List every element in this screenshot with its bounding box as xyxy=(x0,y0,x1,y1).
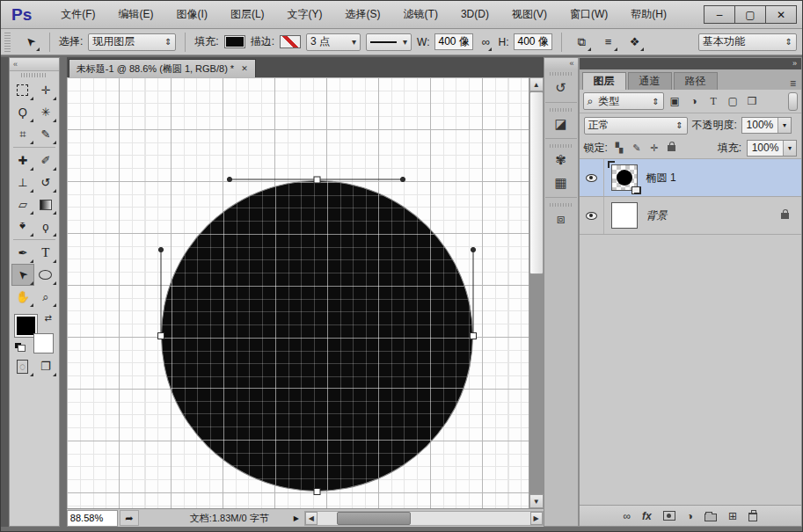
opacity-control[interactable]: 100% ▾ xyxy=(741,117,792,134)
blur-tool[interactable]: ♠ xyxy=(11,215,34,237)
filtering-toggle[interactable] xyxy=(788,92,798,111)
tab-close-icon[interactable]: ✕ xyxy=(241,64,248,73)
dock-grip[interactable] xyxy=(550,108,573,112)
visibility-toggle[interactable] xyxy=(580,197,604,234)
layer-name[interactable]: 椭圆 1 xyxy=(646,171,676,186)
stroke-color-swatch[interactable] xyxy=(280,35,301,48)
menu-type[interactable]: 文字(Y) xyxy=(276,1,334,28)
select-mode-dropdown[interactable]: 现用图层 ⇕ xyxy=(88,33,176,51)
link-dimensions-icon[interactable]: ∞ xyxy=(478,33,493,52)
layer-name[interactable]: 背景 xyxy=(646,208,668,223)
swatches-panel-button[interactable]: ▦ xyxy=(549,171,573,194)
tools-panel-collapse-button[interactable]: « xyxy=(10,58,59,71)
type-tool[interactable]: T xyxy=(34,242,57,264)
menu-layer[interactable]: 图层(L) xyxy=(219,1,276,28)
panel-group-collapse-button[interactable]: » xyxy=(580,58,801,69)
lock-transparency-button[interactable]: ▚ xyxy=(613,142,625,154)
lock-all-button[interactable] xyxy=(666,142,678,153)
maximize-button[interactable]: ▢ xyxy=(734,5,766,24)
dock-grip[interactable] xyxy=(550,72,573,76)
default-colors-icon[interactable] xyxy=(15,343,26,352)
close-button[interactable]: ✕ xyxy=(765,5,797,24)
filter-type-layers-button[interactable]: T xyxy=(705,93,722,110)
background-color-swatch[interactable] xyxy=(33,333,54,353)
tab-layers[interactable]: 图层 xyxy=(582,72,626,90)
gradient-tool[interactable] xyxy=(34,193,57,215)
dock-collapse-button[interactable]: « xyxy=(544,58,578,69)
lock-pixels-button[interactable]: ✎ xyxy=(631,142,643,154)
menu-help[interactable]: 帮助(H) xyxy=(619,1,678,28)
panel-menu-icon[interactable]: ≡ xyxy=(790,77,796,90)
3d-panel-button[interactable]: ⧈ xyxy=(549,208,573,230)
blend-mode-dropdown[interactable]: 正常 ⇕ xyxy=(584,117,688,135)
layer-styles-button[interactable]: fx xyxy=(642,510,652,522)
rectangular-marquee-tool[interactable] xyxy=(11,79,34,101)
vertical-scrollbar[interactable]: ▲ ▼ xyxy=(529,77,544,508)
path-operations-button[interactable]: ⧉ xyxy=(571,33,592,52)
status-info-arrow[interactable]: ▶ xyxy=(290,514,303,522)
fill-color-swatch[interactable] xyxy=(224,35,245,48)
dropdown-arrow-icon[interactable]: ▾ xyxy=(783,141,796,156)
horizontal-scrollbar-thumb[interactable] xyxy=(337,512,411,525)
new-layer-button[interactable]: ⊞ xyxy=(728,510,737,522)
minimize-button[interactable]: – xyxy=(704,5,735,24)
fill-value[interactable]: 100% xyxy=(748,141,783,156)
eyedropper-tool[interactable]: ✎ xyxy=(34,123,57,145)
scroll-right-icon[interactable]: ▶ xyxy=(530,512,543,525)
history-panel-button[interactable]: ↺ xyxy=(549,77,573,99)
scroll-down-icon[interactable]: ▼ xyxy=(529,494,544,508)
options-bar-grip[interactable] xyxy=(4,33,11,52)
swap-colors-icon[interactable]: ⇄ xyxy=(45,313,52,323)
stroke-style-dropdown[interactable]: ▾ xyxy=(366,33,412,51)
new-adjustment-layer-button[interactable]: ◑ xyxy=(687,510,693,522)
filter-adjustment-layers-button[interactable]: ◑ xyxy=(686,93,703,110)
scroll-left-icon[interactable]: ◀ xyxy=(305,512,318,525)
layer-row-ellipse[interactable]: 椭圆 1 xyxy=(580,159,801,197)
filter-shape-layers-button[interactable]: ▢ xyxy=(725,93,741,110)
stroke-width-dropdown[interactable]: 3 点 ▾ xyxy=(306,33,361,51)
link-layers-button[interactable]: ∞ xyxy=(624,510,631,522)
filter-smart-objects-button[interactable]: ❒ xyxy=(744,93,761,110)
layer-row-background[interactable]: 背景 xyxy=(580,197,801,235)
vertical-scrollbar-thumb[interactable] xyxy=(529,91,544,274)
menu-select[interactable]: 选择(S) xyxy=(334,1,392,28)
spot-healing-brush-tool[interactable]: ✚ xyxy=(11,149,34,171)
history-brush-tool[interactable]: ↺ xyxy=(34,171,57,193)
scroll-up-icon[interactable]: ▲ xyxy=(529,77,544,91)
document-tab[interactable]: 未标题-1 @ 88.6% (椭圆 1, RGB/8) * ✕ xyxy=(69,59,256,77)
hand-tool[interactable]: ✋ xyxy=(11,286,34,308)
magic-wand-tool[interactable]: ✳ xyxy=(34,101,57,123)
eraser-tool[interactable]: ▱ xyxy=(11,193,34,215)
tools-panel-grip[interactable] xyxy=(21,73,47,77)
tab-channels[interactable]: 通道 xyxy=(628,72,672,90)
lock-position-button[interactable]: ✛ xyxy=(648,142,661,154)
zoom-level-input[interactable] xyxy=(67,510,118,527)
dodge-tool[interactable]: ϙ xyxy=(34,215,57,237)
visibility-toggle[interactable] xyxy=(580,159,604,196)
filter-type-dropdown[interactable]: ⌕ 类型 ⇕ xyxy=(583,92,664,110)
menu-file[interactable]: 文件(F) xyxy=(49,1,106,28)
adjustments-panel-button[interactable]: ◪ xyxy=(549,113,573,135)
fill-control[interactable]: 100% ▾ xyxy=(747,140,797,157)
zoom-tool[interactable]: ⌕ xyxy=(34,286,57,308)
path-arrangement-button[interactable]: ❖ xyxy=(624,33,645,52)
delete-layer-button[interactable] xyxy=(748,511,757,521)
canvas[interactable] xyxy=(67,77,529,508)
menu-window[interactable]: 窗口(W) xyxy=(558,1,619,28)
menu-filter[interactable]: 滤镜(T) xyxy=(392,1,449,28)
filter-pixel-layers-button[interactable]: ▣ xyxy=(667,93,683,110)
horizontal-scrollbar[interactable]: ◀ ▶ xyxy=(304,511,544,526)
path-selection-tool[interactable]: ➤ xyxy=(11,264,34,286)
workspace-switcher-dropdown[interactable]: 基本功能 ⇕ xyxy=(698,33,797,51)
move-tool[interactable]: ✛ xyxy=(34,79,57,101)
menu-3d[interactable]: 3D(D) xyxy=(449,1,500,28)
color-panel-button[interactable]: ✾ xyxy=(549,149,573,171)
new-group-button[interactable] xyxy=(704,511,717,521)
add-layer-mask-button[interactable] xyxy=(663,511,675,521)
path-alignment-button[interactable]: ≡ xyxy=(597,33,618,52)
crop-tool[interactable]: ⌗ xyxy=(11,123,34,145)
menu-image[interactable]: 图像(I) xyxy=(165,1,219,28)
quick-mask-button[interactable]: ◌ xyxy=(11,355,34,377)
lasso-tool[interactable]: Ϙ xyxy=(11,101,34,123)
share-document-icon[interactable]: ➦ xyxy=(120,510,139,526)
